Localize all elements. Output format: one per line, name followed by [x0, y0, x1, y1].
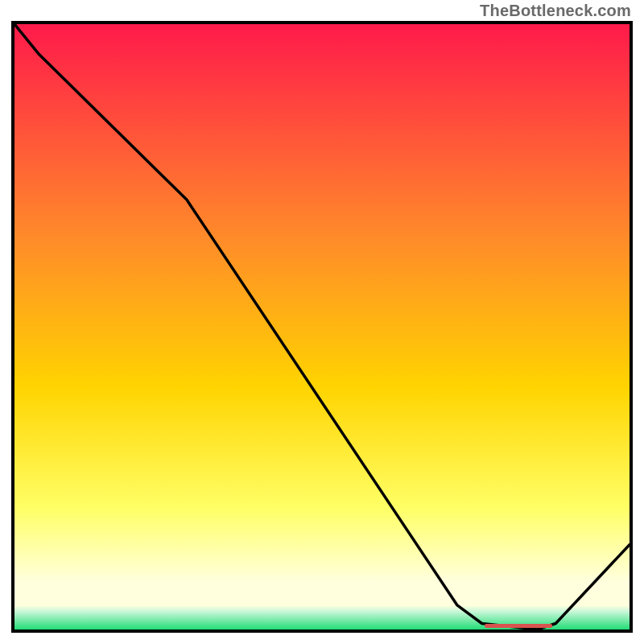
chart-frame — [11, 21, 633, 633]
optimal-range-marker — [485, 624, 552, 628]
chart-line — [14, 24, 630, 630]
chart-plot-area — [14, 24, 630, 630]
watermark-text: TheBottleneck.com — [480, 2, 631, 20]
